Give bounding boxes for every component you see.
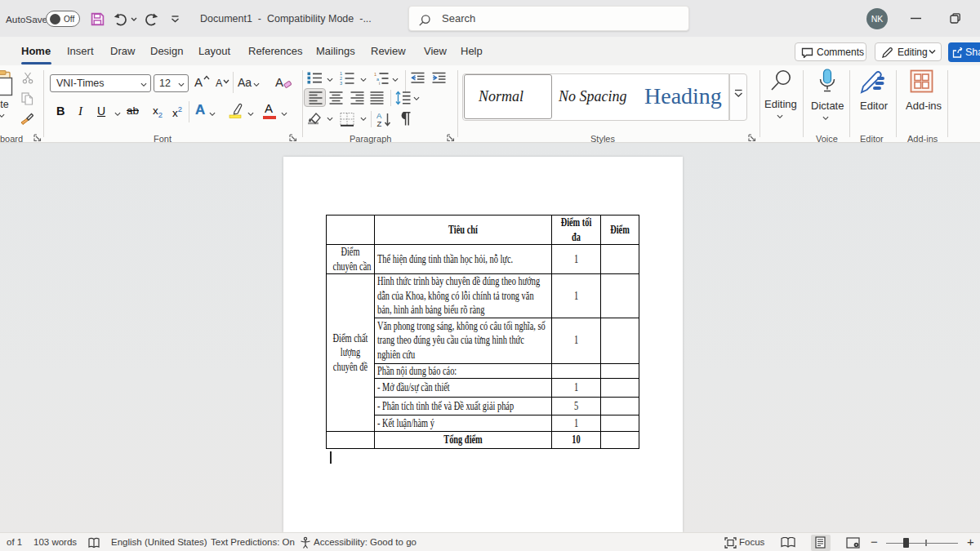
svg-text:Z: Z: [377, 119, 382, 127]
svg-text:i: i: [379, 81, 380, 85]
svg-text:3: 3: [340, 81, 342, 85]
